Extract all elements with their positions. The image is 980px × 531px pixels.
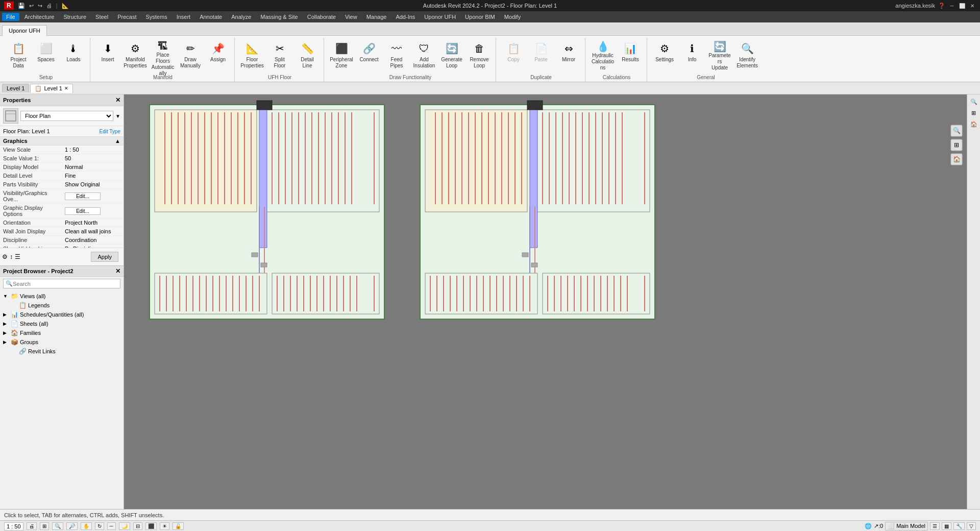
zoom-in-bottom[interactable]: 🔍 — [52, 522, 63, 530]
quick-save[interactable]: 💾 — [18, 3, 25, 9]
prop-orientation-value[interactable]: Project North — [62, 219, 124, 227]
prop-view-scale-value[interactable]: 1 : 50 — [62, 146, 124, 154]
hide-crop-btn[interactable]: ⬛ — [145, 522, 157, 530]
btn-place-floors[interactable]: 🏗 Place FloorsAutomatically — [150, 39, 176, 70]
btn-paste[interactable]: 📄 Paste — [528, 39, 554, 70]
canvas-area[interactable]: 🔍 ⊞ 🏠 — [124, 94, 967, 509]
menu-view[interactable]: View — [341, 13, 361, 21]
menu-uponor-bim[interactable]: Uponor BIM — [461, 13, 499, 21]
menu-uponor-ufh[interactable]: Uponor UFH — [420, 13, 460, 21]
btn-results[interactable]: 📊 Results — [617, 39, 644, 70]
btn-spaces[interactable]: ⬜ Spaces — [33, 39, 59, 70]
graphics-section-header[interactable]: Graphics ▲ — [0, 137, 124, 146]
menu-insert[interactable]: Insert — [173, 13, 195, 21]
zoom-out-bottom[interactable]: 🔎 — [66, 522, 78, 530]
design-opts-btn[interactable]: 🔧 — [953, 522, 965, 530]
menu-structure[interactable]: Structure — [59, 13, 90, 21]
view-tab-1[interactable]: Level 1 — [2, 84, 29, 92]
close-btn[interactable]: ✕ — [969, 2, 976, 9]
btn-remove-loop[interactable]: 🗑 RemoveLoop — [466, 39, 493, 70]
crop-btn[interactable]: ⊟ — [133, 522, 142, 530]
btn-connect[interactable]: 🔗 Connect — [356, 39, 382, 70]
btn-manifold-properties[interactable]: ⚙ ManifoldProperties — [122, 39, 149, 70]
btn-floor-properties[interactable]: 📐 FloorProperties — [239, 39, 265, 70]
tree-schedules[interactable]: ▶ 📊 Schedules/Quantities (all) — [0, 310, 124, 319]
floor-plan-canvas[interactable]: 🔍 ⊞ 🏠 — [124, 94, 967, 509]
pan-btn[interactable]: ✋ — [81, 522, 92, 530]
zoom-fit-bottom[interactable]: ⊞ — [40, 522, 49, 530]
minimize-btn[interactable]: ─ — [948, 2, 955, 9]
zoom-in-btn[interactable]: 🔍 — [969, 96, 979, 107]
prop-parts-vis-value[interactable]: Show Original — [62, 180, 124, 189]
tree-groups[interactable]: ▶ 📦 Groups — [0, 337, 124, 347]
btn-hydraulic[interactable]: 💧 HydraulicCalculations — [590, 39, 616, 70]
prop-display-model-value[interactable]: Normal — [62, 163, 124, 172]
redo-btn[interactable]: ↪ — [38, 3, 42, 9]
thin-lines-btn[interactable]: ─ — [107, 522, 116, 530]
tree-revit-links[interactable]: 🔗 Revit Links — [0, 347, 124, 356]
menu-massing[interactable]: Massing & Site — [256, 13, 302, 21]
menu-precast[interactable]: Precast — [113, 13, 140, 21]
menu-steel[interactable]: Steel — [91, 13, 112, 21]
menu-file[interactable]: File — [2, 13, 19, 21]
tree-families[interactable]: ▶ 🏠 Families — [0, 328, 124, 337]
rotate-btn[interactable]: ↻ — [95, 522, 104, 530]
btn-settings[interactable]: ⚙ Settings — [651, 39, 678, 70]
view-cube-btn[interactable]: 🏠 — [969, 119, 979, 129]
prop-wall-join-value[interactable]: Clean all wall joins — [62, 227, 124, 236]
filter-icon[interactable]: ⚙ — [2, 253, 8, 260]
unlocked-btn[interactable]: 🔓 — [173, 522, 184, 530]
browser-close-btn[interactable]: ✕ — [115, 268, 120, 275]
tree-sheets[interactable]: ▶ 📄 Sheets (all) — [0, 319, 124, 328]
view-tab-close[interactable]: ✕ — [64, 86, 68, 91]
menu-modify[interactable]: Modify — [500, 13, 525, 21]
btn-split-floor[interactable]: ✂ SplitFloor — [266, 39, 293, 70]
prop-scale-num[interactable]: 50 — [62, 154, 124, 163]
btn-generate-loop[interactable]: 🔄 GenerateLoop — [438, 39, 465, 70]
zoom-fit-btn[interactable]: ⊞ — [969, 108, 979, 118]
menu-architecture[interactable]: Architecture — [20, 13, 59, 21]
tree-legends[interactable]: 📋 Legends — [0, 301, 124, 310]
sort-icon[interactable]: ↕ — [10, 253, 13, 260]
btn-mirror[interactable]: ⇔ Mirror — [555, 39, 582, 70]
menu-systems[interactable]: Systems — [141, 13, 171, 21]
btn-info[interactable]: ℹ Info — [679, 39, 705, 70]
apply-btn[interactable]: Apply — [91, 252, 118, 262]
worksheet-btn[interactable]: ☰ — [930, 522, 940, 530]
tab-uponor-ufh[interactable]: Uponor UFH — [2, 25, 47, 36]
worksets-btn[interactable]: ▦ — [942, 522, 951, 530]
menu-annotate[interactable]: Annotate — [195, 13, 226, 21]
search-input[interactable] — [13, 281, 118, 287]
list-icon[interactable]: ☰ — [15, 253, 20, 260]
btn-parameters-update[interactable]: 🔄 ParametersUpdate — [706, 39, 733, 70]
measure-tool[interactable]: 📐 — [62, 3, 69, 9]
btn-assign[interactable]: 📌 Assign — [205, 39, 231, 70]
print-btn[interactable]: 🖨 — [46, 3, 52, 9]
btn-feed-pipes[interactable]: 〰 FeedPipes — [383, 39, 410, 70]
btn-insert[interactable]: ⬇ Insert — [94, 39, 121, 70]
btn-add-insulation[interactable]: 🛡 AddInsulation — [411, 39, 437, 70]
btn-identify-elements[interactable]: 🔍 IdentifyElements — [734, 39, 761, 70]
tree-views[interactable]: ▼ 📁 Views (all) — [0, 292, 124, 301]
type-dropdown[interactable]: Floor Plan — [20, 111, 113, 121]
help-btn[interactable]: ❓ — [938, 3, 945, 9]
btn-copy[interactable]: 📋 Copy — [500, 39, 527, 70]
undo-btn[interactable]: ↩ — [29, 3, 34, 9]
sun-btn[interactable]: ☀ — [160, 522, 169, 530]
vis-graphics-edit-btn[interactable]: Edit... — [65, 192, 101, 200]
scale-label[interactable]: 1 : 50 — [4, 522, 23, 530]
prop-discipline-value[interactable]: Coordination — [62, 236, 124, 245]
shadows-btn[interactable]: 🌙 — [119, 522, 130, 530]
btn-peripheral-zone[interactable]: ⬛ PeripheralZone — [328, 39, 355, 70]
restore-btn[interactable]: ⬜ — [959, 2, 966, 9]
menu-addins[interactable]: Add-Ins — [391, 13, 419, 21]
menu-analyze[interactable]: Analyze — [227, 13, 255, 21]
btn-draw-manually[interactable]: ✏ DrawManually — [177, 39, 204, 70]
prop-detail-level-value[interactable]: Fine — [62, 172, 124, 180]
prop-graphic-display-btn[interactable]: Edit... — [62, 204, 124, 219]
properties-close-btn[interactable]: ✕ — [115, 96, 120, 104]
graphic-display-edit-btn[interactable]: Edit... — [65, 207, 101, 215]
print-btn-bottom[interactable]: 🖨 — [27, 522, 37, 530]
edit-type-btn[interactable]: Edit Type — [99, 129, 120, 134]
btn-detail-line[interactable]: 📏 DetailLine — [294, 39, 321, 70]
